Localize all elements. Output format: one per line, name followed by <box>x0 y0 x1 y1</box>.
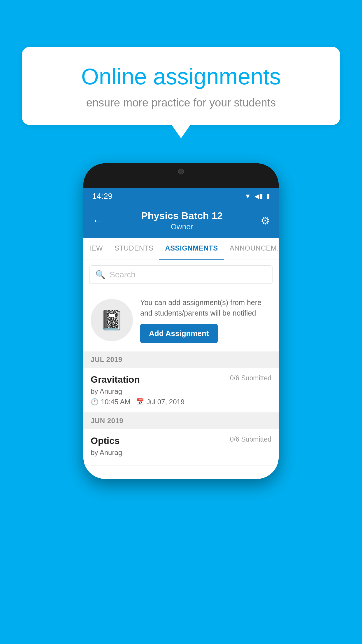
assignment-optics-by: by Anurag <box>91 449 271 457</box>
add-assignment-button[interactable]: Add Assignment <box>140 324 218 343</box>
phone-device: 14:29 ▼ ◀▮ ▮ ← Physics Batch 12 Owner ⚙ … <box>83 163 279 479</box>
app-header: ← Physics Batch 12 Owner ⚙ <box>83 204 279 238</box>
status-time: 14:29 <box>92 192 113 201</box>
clock-icon: 🕐 <box>91 398 99 406</box>
assignment-optics-top-row: Optics 0/6 Submitted <box>91 435 271 446</box>
phone-notch <box>158 163 204 179</box>
batch-title: Physics Batch 12 <box>141 210 223 221</box>
tab-iew[interactable]: IEW <box>83 238 109 260</box>
battery-icon: ▮ <box>266 192 270 200</box>
assignment-optics-name: Optics <box>91 435 120 446</box>
tabs-bar: IEW STUDENTS ASSIGNMENTS ANNOUNCEM... <box>83 238 279 260</box>
wifi-icon: ▼ <box>245 192 251 200</box>
search-bar: 🔍 Search <box>83 260 279 289</box>
assignment-gravitation-submitted: 0/6 Submitted <box>230 374 271 382</box>
assignment-optics-submitted: 0/6 Submitted <box>230 435 271 443</box>
assignment-optics[interactable]: Optics 0/6 Submitted by Anurag <box>83 429 279 466</box>
add-assignment-description: You can add assignment(s) from here and … <box>140 297 271 318</box>
assignment-gravitation-time-label: 10:45 AM <box>101 398 130 406</box>
back-button[interactable]: ← <box>92 214 103 227</box>
tab-students[interactable]: STUDENTS <box>109 238 159 260</box>
phone-wrapper: 14:29 ▼ ◀▮ ▮ ← Physics Batch 12 Owner ⚙ … <box>23 163 339 479</box>
add-assignment-section: 📓 You can add assignment(s) from here an… <box>83 289 279 351</box>
settings-icon[interactable]: ⚙ <box>261 215 270 227</box>
batch-subtitle: Owner <box>141 222 223 231</box>
search-icon: 🔍 <box>95 270 106 279</box>
search-input-container[interactable]: 🔍 Search <box>89 265 273 284</box>
camera-dot <box>178 169 184 174</box>
assignment-gravitation-date-label: Jul 07, 2019 <box>146 398 184 406</box>
status-bar: 14:29 ▼ ◀▮ ▮ <box>83 188 279 204</box>
add-assignment-content: You can add assignment(s) from here and … <box>140 297 271 343</box>
calendar-icon: 📅 <box>136 398 144 406</box>
assignment-gravitation-meta: 🕐 10:45 AM 📅 Jul 07, 2019 <box>91 398 271 406</box>
assignment-gravitation[interactable]: Gravitation 0/6 Submitted by Anurag 🕐 10… <box>83 368 279 413</box>
assignment-gravitation-top-row: Gravitation 0/6 Submitted <box>91 374 271 385</box>
phone-screen: ← Physics Batch 12 Owner ⚙ IEW STUDENTS … <box>83 204 279 479</box>
section-header-jun-label: JUN 2019 <box>91 417 123 425</box>
section-header-jun: JUN 2019 <box>83 413 279 429</box>
assignment-gravitation-name: Gravitation <box>91 374 140 385</box>
promo-title: Online assignments <box>42 64 320 89</box>
search-placeholder: Search <box>110 270 136 279</box>
header-title-group: Physics Batch 12 Owner <box>141 210 223 231</box>
phone-top-bar <box>83 163 279 188</box>
assignment-gravitation-time: 🕐 10:45 AM <box>91 398 130 406</box>
status-icons: ▼ ◀▮ ▮ <box>245 192 270 200</box>
section-header-jul-label: JUL 2019 <box>91 356 122 363</box>
notebook-icon: 📓 <box>100 309 124 331</box>
section-header-jul: JUL 2019 <box>83 351 279 368</box>
speech-bubble: Online assignments ensure more practice … <box>22 47 340 125</box>
promo-subtitle: ensure more practice for your students <box>42 97 320 109</box>
signal-icon: ◀▮ <box>254 192 263 200</box>
assignment-icon-circle: 📓 <box>91 299 133 341</box>
phone-bottom-bar <box>83 466 279 479</box>
assignment-gravitation-by: by Anurag <box>91 387 271 396</box>
tab-assignments[interactable]: ASSIGNMENTS <box>159 238 224 260</box>
promo-section: Online assignments ensure more practice … <box>22 47 340 125</box>
assignment-gravitation-date: 📅 Jul 07, 2019 <box>136 398 184 406</box>
tab-announcements[interactable]: ANNOUNCEM... <box>224 238 279 260</box>
